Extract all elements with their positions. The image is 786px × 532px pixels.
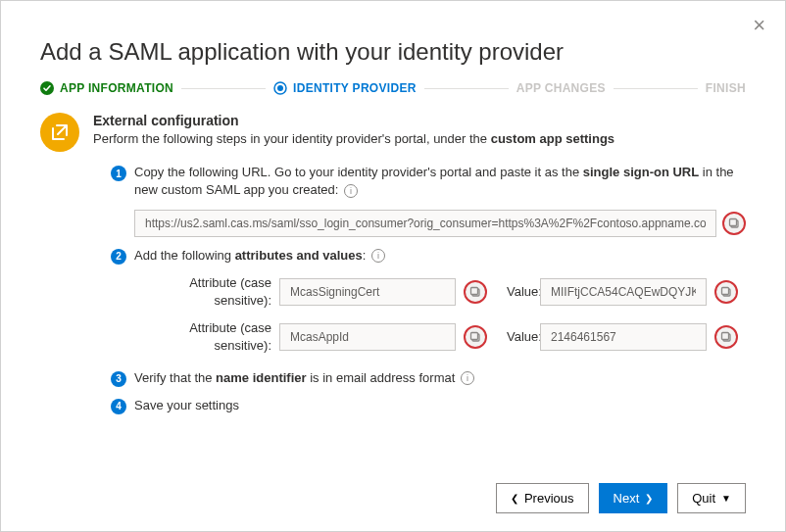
step-label: APP CHANGES [516, 81, 606, 95]
info-icon[interactable]: i [461, 371, 474, 385]
footer-buttons: ❮ Previous Next ❯ Quit ▼ [496, 483, 746, 513]
step-number-badge: 2 [111, 249, 126, 265]
value-field-2[interactable] [540, 323, 707, 351]
svg-rect-10 [471, 333, 478, 340]
step-number-badge: 3 [111, 371, 126, 387]
copy-attribute-2-button[interactable] [464, 325, 487, 349]
copy-value-2-button[interactable] [714, 325, 738, 349]
chevron-down-icon: ▼ [721, 493, 731, 504]
svg-point-2 [277, 85, 283, 91]
previous-button[interactable]: ❮ Previous [496, 483, 589, 513]
chevron-right-icon: ❯ [645, 493, 653, 504]
info-icon[interactable]: i [344, 184, 358, 198]
svg-rect-4 [730, 218, 737, 225]
step-label: IDENTITY PROVIDER [293, 81, 417, 95]
copy-icon [469, 286, 481, 298]
copy-icon [728, 218, 740, 229]
attribute-label: Attribute (case sensitive): [134, 319, 271, 355]
step-divider [424, 88, 509, 89]
copy-attribute-1-button[interactable] [464, 280, 487, 304]
step-app-changes: APP CHANGES [516, 81, 606, 95]
step-label: FINISH [706, 81, 746, 95]
section-description: Perform the following steps in your iden… [93, 130, 746, 148]
step-label: APP INFORMATION [60, 81, 173, 95]
copy-icon [469, 331, 481, 343]
copy-icon [720, 286, 732, 298]
stepper: APP INFORMATION IDENTITY PROVIDER APP CH… [1, 81, 785, 113]
step-divider [181, 88, 266, 89]
value-label: Value: [495, 283, 532, 301]
step-divider [614, 88, 698, 89]
step-number-badge: 4 [111, 399, 126, 414]
external-link-icon [40, 113, 79, 152]
next-button[interactable]: Next ❯ [599, 483, 668, 513]
config-step-4: 4 Save your settings [111, 397, 746, 414]
dot-circle-icon [273, 81, 287, 95]
attribute-label: Attribute (case sensitive): [134, 274, 271, 310]
config-step-3: 3 Verify that the name identifier is in … [111, 369, 746, 387]
config-step-2: 2 Add the following attributes and value… [111, 247, 746, 356]
sso-url-field[interactable] [134, 210, 716, 237]
svg-rect-8 [722, 287, 729, 294]
close-icon[interactable]: × [753, 15, 765, 36]
step-number-badge: 1 [111, 166, 126, 181]
attribute-field-1[interactable] [279, 278, 456, 306]
value-field-1[interactable] [540, 278, 707, 306]
copy-url-button[interactable] [722, 212, 746, 235]
quit-button[interactable]: Quit ▼ [677, 483, 746, 513]
step-app-information: APP INFORMATION [40, 81, 173, 95]
info-icon[interactable]: i [371, 249, 385, 263]
step-finish: FINISH [706, 81, 746, 95]
modal-title: Add a SAML application with your identit… [1, 1, 785, 81]
check-circle-icon [40, 81, 54, 95]
svg-rect-6 [471, 287, 478, 294]
copy-icon [720, 331, 732, 343]
svg-rect-12 [722, 333, 729, 340]
step-identity-provider: IDENTITY PROVIDER [273, 81, 417, 95]
config-step-1: 1 Copy the following URL. Go to your ide… [111, 164, 746, 236]
copy-value-1-button[interactable] [714, 280, 738, 304]
attribute-field-2[interactable] [279, 323, 456, 351]
section-title: External configuration [93, 113, 746, 128]
value-label: Value: [495, 328, 532, 346]
chevron-left-icon: ❮ [511, 493, 518, 504]
